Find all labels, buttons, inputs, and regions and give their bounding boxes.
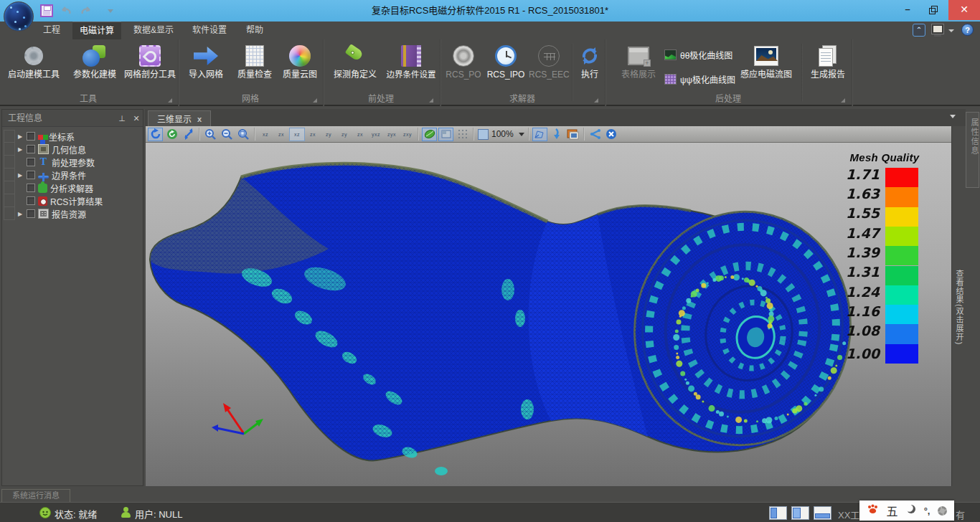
tree-item-analysis-solver[interactable]: 分析求解器 <box>17 181 143 194</box>
close-circle-icon[interactable] <box>604 128 619 141</box>
app-logo-globe-icon[interactable] <box>4 1 34 32</box>
tab-software-settings[interactable]: 软件设置 <box>185 22 234 39</box>
btn-execute[interactable]: 执行 <box>576 42 603 91</box>
layout-bottom-panel-button[interactable] <box>814 506 831 520</box>
ime-mode-char[interactable]: 五 <box>887 502 898 519</box>
view-right-icon[interactable]: zx <box>305 128 321 141</box>
system-message-tab[interactable]: 系统运行消息 <box>1 489 70 502</box>
undo-icon[interactable] <box>59 6 73 16</box>
display-dropdown-icon[interactable] <box>948 29 954 32</box>
expand-arrow-icon[interactable]: ▶ <box>17 211 24 217</box>
tab-project[interactable]: 工程 <box>33 22 70 39</box>
zoom-window-icon[interactable] <box>236 128 251 141</box>
wireframe-points-icon[interactable] <box>455 128 470 141</box>
tree-item-coordinate-system[interactable]: ▶ 坐标系 <box>17 130 143 143</box>
group-expand-icon[interactable] <box>429 98 433 103</box>
tab-close-icon[interactable]: x <box>197 115 202 123</box>
zoom-level-dropdown-icon[interactable] <box>519 133 524 136</box>
layout-left-panel-button[interactable] <box>769 506 787 520</box>
smooth-shading-icon[interactable] <box>422 128 437 141</box>
property-info-tab[interactable]: 属性信息 <box>966 112 979 188</box>
quick-access-dropdown-icon[interactable] <box>108 9 113 13</box>
tree-item-boundary-conditions[interactable]: ▶ 边界条件 <box>17 169 143 181</box>
fit-view-icon[interactable] <box>181 128 196 141</box>
btn-parametric-modeling[interactable]: 参数化建模 <box>67 42 122 91</box>
minimize-button[interactable]: – <box>895 0 920 19</box>
tab-3d-display[interactable]: 三维显示 x <box>148 110 211 126</box>
view-bottom-icon[interactable]: zx <box>273 128 289 141</box>
collapse-ribbon-icon[interactable]: ⌃ <box>913 24 925 37</box>
zoom-level-control[interactable]: 100% <box>478 129 524 140</box>
btn-mesh-partition-tool[interactable]: 网格剖分工具 <box>122 42 178 91</box>
ime-punctuation-toggle[interactable]: °, <box>924 506 930 516</box>
ime-settings-gear-icon[interactable] <box>938 506 947 516</box>
zoom-out-icon[interactable] <box>220 128 235 141</box>
expand-arrow-icon[interactable]: ▶ <box>17 133 24 140</box>
btn-psi-polar-curve[interactable]: ψψ极化曲线图 <box>664 70 735 88</box>
view-iso3-icon[interactable]: zyx <box>384 128 400 141</box>
reset-view-icon[interactable] <box>164 128 179 141</box>
tab-help[interactable]: 帮助 <box>238 22 271 39</box>
view-back-icon[interactable]: zy <box>336 128 352 141</box>
close-button[interactable]: ✕ <box>948 0 980 20</box>
pin-icon[interactable]: ⊥ <box>117 113 127 123</box>
tree-item-report-resources[interactable]: ▶ 报告资源 <box>17 207 143 220</box>
rotate-view-icon[interactable] <box>148 128 163 141</box>
view-results-strip[interactable]: 查看结果(双击展开) <box>951 126 964 486</box>
checkbox[interactable] <box>27 184 35 192</box>
view-iso4-icon[interactable]: zxy <box>400 128 415 141</box>
surface-select-icon[interactable] <box>532 128 547 141</box>
btn-table-display[interactable]: + 表格展示 <box>616 42 661 91</box>
tab-data-display[interactable]: 数据&显示 <box>125 22 182 39</box>
tab-em-computation[interactable]: 电磁计算 <box>72 22 121 39</box>
btn-theta-polar-curve[interactable]: θθ极化曲线图 <box>664 45 732 64</box>
btn-generate-report[interactable]: 生成报告 <box>806 42 849 91</box>
checkbox[interactable] <box>27 209 35 218</box>
checkbox[interactable] <box>27 171 35 179</box>
group-expand-icon[interactable] <box>841 98 845 103</box>
expand-arrow-icon[interactable]: ▶ <box>17 172 24 179</box>
checkbox[interactable] <box>27 196 35 205</box>
checkbox[interactable] <box>27 158 35 166</box>
view-top-icon[interactable]: xz <box>258 128 273 141</box>
display-device-icon[interactable] <box>931 24 946 37</box>
btn-rcs-eec[interactable]: RCS_EEC <box>529 42 569 91</box>
btn-boundary-condition-settings[interactable]: 边界条件设置 <box>385 42 438 91</box>
flat-shading-icon[interactable] <box>438 128 453 141</box>
capture-image-icon[interactable] <box>565 128 580 141</box>
save-icon[interactable] <box>40 4 53 17</box>
btn-rcs-ipo[interactable]: RCS_IPO <box>486 42 526 91</box>
restore-button[interactable] <box>923 0 947 19</box>
view-left-icon[interactable]: xz <box>289 128 305 141</box>
panel-close-icon[interactable]: ✕ <box>131 113 141 123</box>
view-front-icon[interactable]: zy <box>321 128 336 141</box>
expand-arrow-icon[interactable]: ▶ <box>17 146 24 153</box>
btn-quality-check[interactable]: 质量检查 <box>232 42 277 91</box>
btn-launch-modeling-tool[interactable]: 启动建模工具 <box>3 42 65 91</box>
checkbox[interactable] <box>27 145 35 153</box>
download-arrow-icon[interactable] <box>549 128 564 141</box>
group-expand-icon[interactable] <box>313 98 317 103</box>
tree-item-geometry-info[interactable]: ▶ 几何信息 <box>17 143 143 156</box>
share-flow-icon[interactable] <box>588 128 603 141</box>
tree-item-preprocess-params[interactable]: T 前处理参数 <box>17 156 143 169</box>
view-iso2-icon[interactable]: yxz <box>368 128 384 141</box>
layout-left-wide-panel-button[interactable] <box>791 506 809 520</box>
btn-quality-contour[interactable]: 质量云图 <box>278 42 321 91</box>
help-icon[interactable]: ? <box>961 24 974 36</box>
group-expand-icon[interactable] <box>594 98 598 103</box>
checkbox[interactable] <box>27 132 35 141</box>
zoom-in-icon[interactable] <box>203 128 218 141</box>
ime-paw-icon[interactable] <box>867 503 879 518</box>
view-iso1-icon[interactable]: zx <box>352 128 368 141</box>
3d-viewport-canvas[interactable]: Mesh Quality 1.71 1.63 1.55 1.47 1.39 1.… <box>146 143 951 486</box>
btn-probe-angle-define[interactable]: 探测角定义 <box>329 42 382 91</box>
group-expand-icon[interactable] <box>168 98 172 103</box>
btn-import-mesh[interactable]: 导入网格 <box>184 42 228 91</box>
redo-icon[interactable] <box>79 6 93 16</box>
tree-item-rcs-results[interactable]: RCS计算结果 <box>17 194 143 207</box>
btn-rcs-po[interactable]: RCS_PO <box>444 42 483 91</box>
tab-list-dropdown-icon[interactable] <box>950 115 956 118</box>
ime-moon-icon[interactable] <box>906 504 916 517</box>
btn-induced-em-current-map[interactable]: 感应电磁流图 <box>735 42 798 91</box>
